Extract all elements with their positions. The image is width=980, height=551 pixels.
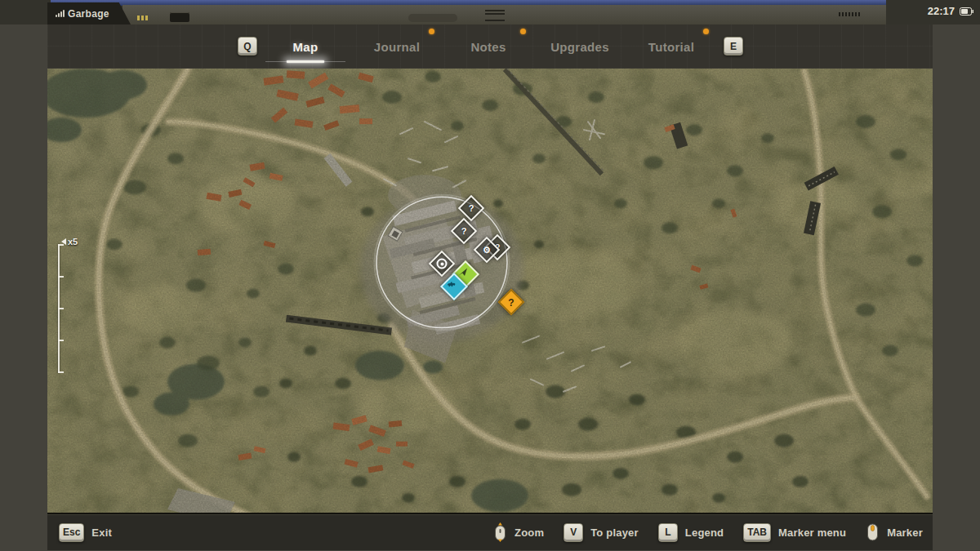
notification-dot: [520, 29, 526, 34]
tab-key-hint: TAB: [743, 523, 771, 542]
mouse-middle-icon: [866, 522, 880, 542]
tab-upgrades[interactable]: Upgrades: [534, 24, 626, 69]
player-arrow-icon: [457, 266, 469, 278]
zoom-control[interactable]: Zoom: [493, 522, 544, 542]
pda-screen: Q Map Journal Notes Upgr: [47, 0, 933, 551]
next-tab-key-hint: E: [724, 37, 743, 56]
bottom-control-bar: Esc Exit Zoom V To player: [47, 513, 933, 550]
exit-button[interactable]: Esc Exit: [59, 523, 112, 542]
map-view[interactable]: ? ? ? ⚙: [47, 69, 933, 513]
zoom-level-label: x5: [68, 237, 78, 247]
esc-key-hint: Esc: [59, 523, 84, 542]
notification-dot: [429, 29, 434, 34]
to-player-control[interactable]: V To player: [564, 523, 639, 542]
gear-icon: ⚙: [479, 242, 495, 258]
marker-control[interactable]: Marker: [866, 522, 923, 542]
v-key-hint: V: [564, 523, 583, 542]
marker-menu-control[interactable]: TAB Marker menu: [743, 523, 846, 542]
active-tab-underline: [287, 60, 324, 63]
prev-tab-key-hint: Q: [238, 37, 257, 56]
game-screen: Garbage 22:17 Q Map: [0, 0, 980, 551]
mouse-scroll-icon: [493, 522, 507, 542]
battery-icon: [960, 7, 973, 16]
tab-bar: Q Map Journal Notes Upgr: [47, 24, 933, 70]
l-key-hint: L: [658, 523, 678, 542]
tab-notes[interactable]: Notes: [443, 24, 534, 69]
tab-tutorial[interactable]: Tutorial: [626, 24, 717, 69]
mutant-icon: [446, 278, 457, 289]
tab-map[interactable]: Map: [260, 24, 351, 69]
clock: 22:17: [928, 5, 973, 17]
zoom-scale-bar: [58, 244, 60, 373]
tabs: Map Journal Notes Upgrades: [260, 24, 717, 69]
map-terrain: [47, 69, 933, 513]
legend-control[interactable]: L Legend: [658, 523, 724, 542]
ring-icon: [437, 259, 448, 269]
notification-dot: [703, 29, 709, 34]
tab-journal[interactable]: Journal: [351, 24, 443, 69]
